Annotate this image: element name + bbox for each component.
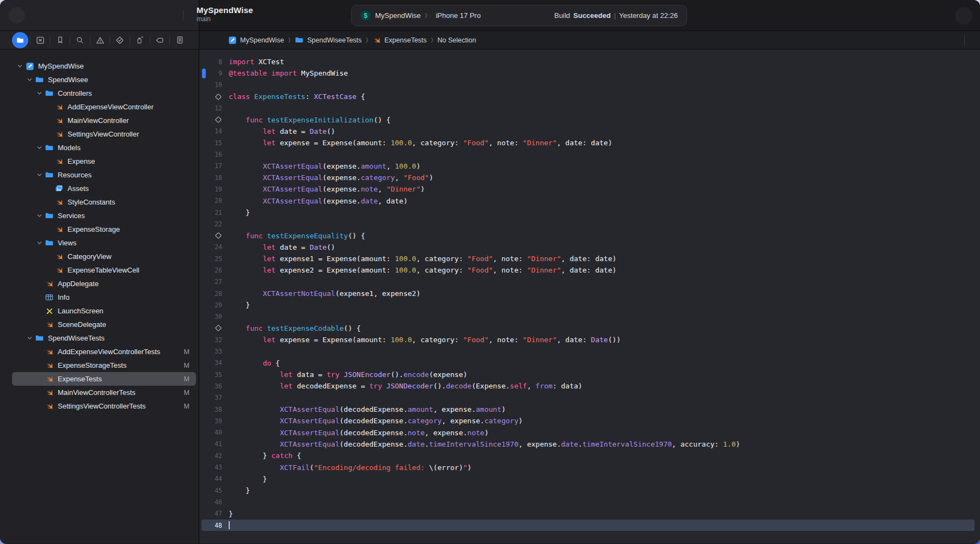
code-line[interactable]: 17 XCTAssertEqual(expense.amount, 100.0): [199, 160, 980, 172]
scheme-target[interactable]: MySpendWise: [375, 11, 421, 20]
disclosure-chevron-icon[interactable]: [35, 90, 44, 96]
code-line[interactable]: 42 } catch {: [199, 450, 980, 461]
tree-item-controllers[interactable]: Controllers: [12, 86, 196, 100]
tree-item-expensetableviewcell[interactable]: ExpenseTableViewCell: [12, 263, 196, 277]
code-line[interactable]: 36 let decodedExpense = try JSONDecoder(…: [199, 380, 980, 392]
disclosure-chevron-icon[interactable]: [35, 240, 44, 246]
navigator-tab-tag-icon[interactable]: [151, 32, 168, 48]
code-line[interactable]: 29 }: [199, 299, 980, 311]
code-line[interactable]: 35 let data = try JSONEncoder().encode(e…: [199, 369, 980, 380]
tree-item-expensestoragetests[interactable]: ExpenseStorageTestsM: [12, 358, 196, 372]
code-line[interactable]: 30: [199, 311, 980, 323]
disclosure-chevron-icon[interactable]: [35, 213, 44, 219]
code-line[interactable]: 9@testable import MySpendWise: [199, 67, 980, 79]
navigator-tab-report-icon[interactable]: [171, 32, 188, 48]
code-line[interactable]: 38 XCTAssertEqual(decodedExpense.amount,…: [199, 404, 980, 415]
test-diamond-icon[interactable]: [199, 116, 222, 123]
code-line[interactable]: 25 let expense1 = Expense(amount: 100.0,…: [199, 253, 980, 264]
tree-item-services[interactable]: Services: [12, 209, 196, 222]
tree-item-spendwisee[interactable]: SpendWisee: [12, 73, 196, 86]
code-line[interactable]: 27: [199, 276, 980, 288]
tree-item-spendwiseetests[interactable]: SpendWiseeTests: [12, 331, 196, 345]
code-line[interactable]: 34 do {: [199, 357, 980, 369]
code-line[interactable]: 20 XCTAssertEqual(expense.date, date): [199, 195, 980, 207]
activity-status[interactable]: Build Succeeded | Yesterday at 22:26: [554, 11, 678, 20]
code-line[interactable]: func testExpenseEquality() {: [199, 230, 980, 241]
code-line[interactable]: func testExpenseCodable() {: [199, 323, 980, 334]
code-line[interactable]: 40 XCTAssertEqual(decodedExpense.note, e…: [199, 427, 980, 438]
breakpoint-indicator[interactable]: [202, 69, 206, 78]
code-line[interactable]: class ExpenseTests: XCTestCase {: [199, 91, 980, 102]
code-line[interactable]: 15 let expense = Expense(amount: 100.0, …: [199, 137, 980, 149]
breadcrumb-item-myspendwise[interactable]: MySpendWise: [228, 36, 284, 45]
disclosure-chevron-icon[interactable]: [35, 172, 44, 178]
tree-item-settingsviewcontrollertests[interactable]: SettingsViewControllerTestsM: [12, 399, 196, 413]
code-line[interactable]: 28 XCTAssertNotEqual(expense1, expense2): [199, 288, 980, 299]
tree-item-info[interactable]: Info: [12, 290, 196, 304]
code-line[interactable]: 24 let date = Date(): [199, 242, 980, 253]
navigator-tab-warning-icon[interactable]: [92, 32, 108, 48]
current-code-line[interactable]: 48: [199, 520, 980, 531]
code-line[interactable]: 33: [199, 345, 980, 357]
code-line[interactable]: 12: [199, 102, 980, 114]
code-line[interactable]: 8import XCTest: [199, 56, 980, 67]
navigator-menu-button[interactable]: [9, 7, 25, 23]
code-line[interactable]: 47}: [199, 508, 980, 520]
code-line[interactable]: 41 XCTAssertEqual(decodedExpense.date.ti…: [199, 438, 980, 450]
tree-item-expensetests[interactable]: ExpenseTestsM: [12, 372, 196, 386]
tree-item-categoryview[interactable]: CategoryView: [12, 250, 196, 263]
tree-item-assets[interactable]: Assets: [12, 182, 196, 195]
test-diamond-icon[interactable]: [199, 232, 222, 239]
code-line[interactable]: 14 let date = Date(): [199, 126, 980, 137]
disclosure-chevron-icon[interactable]: [25, 335, 34, 341]
navigator-tab-bookmark-icon[interactable]: [52, 32, 68, 48]
tree-item-views[interactable]: Views: [12, 236, 196, 250]
source-editor[interactable]: 8import XCTest9@testable import MySpendW…: [199, 50, 980, 543]
navigator-tab-search-icon[interactable]: [72, 32, 88, 48]
breadcrumb-item-expensetests[interactable]: ExpenseTests: [372, 36, 427, 45]
disclosure-chevron-icon[interactable]: [25, 77, 34, 83]
code-line[interactable]: 43 XCTFail("Encoding/decoding failed: \(…: [199, 461, 980, 473]
code-line[interactable]: 45 }: [199, 485, 980, 496]
tree-item-expensestorage[interactable]: ExpenseStorage: [12, 222, 196, 236]
tree-item-myspendwise[interactable]: MySpendWise: [12, 59, 196, 73]
navigator-tab-x-square-icon[interactable]: [32, 32, 48, 48]
scheme-device[interactable]: iPhone 17 Pro: [436, 11, 480, 20]
tree-item-mainviewcontrollertests[interactable]: MainViewControllerTestsM: [12, 386, 196, 399]
code-line[interactable]: 32 let expense = Expense(amount: 100.0, …: [199, 334, 980, 345]
disclosure-chevron-icon[interactable]: [35, 145, 44, 151]
tree-item-addexpenseviewcontrollertests[interactable]: AddExpenseViewControllerTestsM: [12, 345, 196, 358]
inspector-toggle-button[interactable]: [955, 7, 972, 24]
test-diamond-icon[interactable]: [199, 324, 222, 332]
test-diamond-icon[interactable]: [199, 93, 222, 101]
code-line[interactable]: 22: [199, 218, 980, 230]
tree-item-addexpenseviewcontroller[interactable]: AddExpenseViewController: [12, 100, 196, 114]
tree-item-appdelegate[interactable]: AppDelegate: [12, 277, 196, 290]
code-line[interactable]: 26 let expense2 = Expense(amount: 100.0,…: [199, 264, 980, 276]
tree-item-scenedelegate[interactable]: SceneDelegate: [12, 318, 196, 331]
tree-item-mainviewcontroller[interactable]: MainViewController: [12, 114, 196, 127]
navigator-tab-diamond-check-icon[interactable]: [112, 32, 128, 48]
navigator-tab-spray-icon[interactable]: [132, 32, 148, 48]
breadcrumb-item-no-selection[interactable]: No Selection: [438, 36, 476, 44]
code-line[interactable]: 44 }: [199, 473, 980, 485]
scheme-selector[interactable]: $ MySpendWise 〉 iPhone 17 Pro Build Succ…: [351, 5, 687, 26]
code-line[interactable]: 16: [199, 149, 980, 160]
tree-item-launchscreen[interactable]: LaunchScreen: [12, 304, 196, 318]
tree-item-styleconstants[interactable]: StyleConstants: [12, 195, 196, 209]
code-line[interactable]: 10: [199, 79, 980, 91]
code-line[interactable]: 46: [199, 496, 980, 508]
code-line[interactable]: 39 XCTAssertEqual(decodedExpense.categor…: [199, 415, 980, 426]
breadcrumb-item-spendwiseetests[interactable]: SpendWiseeTests: [295, 35, 362, 45]
code-line[interactable]: 37: [199, 392, 980, 404]
tree-item-expense[interactable]: Expense: [12, 154, 196, 168]
navigator-tab-folder-icon[interactable]: [12, 32, 28, 48]
tree-item-models[interactable]: Models: [12, 141, 196, 154]
tree-item-settingsviewcontroller[interactable]: SettingsViewController: [12, 127, 196, 141]
code-line[interactable]: 18 XCTAssertEqual(expense.category, "Foo…: [199, 172, 980, 183]
code-line[interactable]: 19 XCTAssertEqual(expense.note, "Dinner"…: [199, 183, 980, 195]
disclosure-chevron-icon[interactable]: [15, 63, 24, 69]
code-line[interactable]: func testExpenseInitialization() {: [199, 114, 980, 125]
tree-item-resources[interactable]: Resources: [12, 168, 196, 182]
code-line[interactable]: 21 }: [199, 207, 980, 218]
